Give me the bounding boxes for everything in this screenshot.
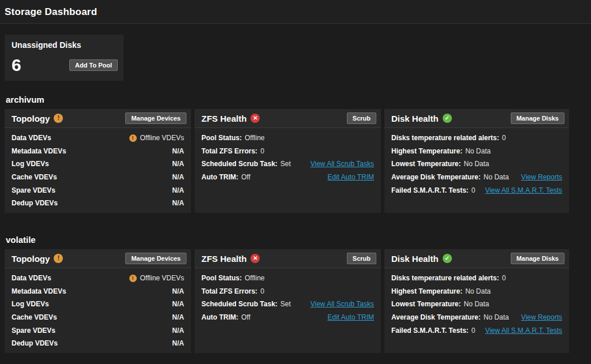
table-row: Metadata VDEVs N/A: [12, 285, 184, 298]
error-icon: ✕: [250, 114, 260, 123]
row-value: N/A: [172, 300, 184, 308]
view-reports-link[interactable]: View Reports: [521, 313, 562, 321]
table-row: Scheduled Scrub Task:Set View All Scrub …: [201, 157, 374, 171]
table-row: Disks temperature related alerts:0: [391, 272, 562, 285]
row-value: 0: [472, 327, 476, 335]
row-value: N/A: [172, 199, 184, 207]
pool-section-archivum: archivum Topology ! Manage Devices Data …: [5, 95, 591, 213]
row-value: Off: [241, 173, 250, 181]
row-label: Pool Status:: [201, 134, 242, 142]
row-value: N/A: [172, 339, 184, 347]
row-value: 0: [260, 147, 264, 155]
warning-icon: !: [54, 254, 63, 263]
row-label: Spare VDEVs: [12, 327, 55, 335]
table-row: Lowest Temperature:No Data: [391, 157, 562, 171]
pool-name: volatile: [6, 235, 591, 245]
row-label: Data VDEVs: [12, 134, 51, 142]
table-row: Dedup VDEVs N/A: [12, 337, 184, 350]
table-row: Auto TRIM:Off Edit Auto TRIM: [201, 171, 374, 184]
disk-health-card: Disk Health ✓ Manage Disks Disks tempera…: [384, 109, 569, 213]
row-label: Disks temperature related alerts:: [391, 134, 499, 142]
table-row: Spare VDEVs N/A: [12, 324, 184, 337]
row-value: N/A: [172, 327, 184, 335]
row-label: Metadata VDEVs: [12, 287, 66, 295]
warning-icon: !: [129, 275, 137, 282]
row-label: Failed S.M.A.R.T. Tests:: [391, 186, 469, 194]
disk-health-card: Disk Health ✓ Manage Disks Disks tempera…: [384, 249, 569, 353]
zfs-health-card: ZFS Health ✕ Scrub Pool Status:Offline T…: [194, 109, 381, 213]
row-label: Log VDEVs: [12, 300, 49, 308]
row-value: Offline: [245, 134, 264, 142]
row-value: No Data: [484, 313, 509, 321]
view-all-smart-tests-link[interactable]: View All S.M.A.R.T. Tests: [485, 327, 562, 335]
table-row: Failed S.M.A.R.T. Tests:0 View All S.M.A…: [391, 183, 562, 197]
table-row: Highest Temperature:No Data: [391, 285, 562, 298]
zfs-health-card: ZFS Health ✕ Scrub Pool Status:Offline T…: [194, 249, 381, 353]
card-title-label: ZFS Health: [201, 254, 246, 264]
row-value: Offline: [245, 274, 264, 282]
row-value: N/A: [172, 160, 184, 168]
row-label: Data VDEVs: [12, 274, 51, 282]
row-value: Offline VDEVs: [140, 274, 184, 282]
row-label: Average Disk Temperature:: [391, 313, 481, 321]
table-row: Data VDEVs ! Offline VDEVs: [12, 272, 184, 285]
row-value: 0: [502, 134, 506, 142]
add-to-pool-button[interactable]: Add To Pool: [69, 59, 118, 71]
row-value: Offline VDEVs: [140, 134, 184, 142]
card-title-label: Topology: [12, 114, 50, 123]
row-value: N/A: [172, 287, 184, 295]
row-value: No Data: [465, 147, 491, 155]
table-row: Metadata VDEVs N/A: [12, 145, 184, 158]
row-value: Set: [280, 160, 291, 168]
row-value: No Data: [484, 173, 509, 181]
row-value: N/A: [172, 313, 184, 321]
scrub-button[interactable]: Scrub: [347, 112, 376, 124]
row-label: Disks temperature related alerts:: [391, 274, 499, 282]
page-title: Storage Dashboard: [5, 6, 586, 18]
row-label: Scheduled Scrub Task:: [201, 160, 278, 168]
table-row: Average Disk Temperature:No Data View Re…: [391, 171, 562, 184]
card-title-label: Disk Health: [391, 114, 439, 123]
manage-disks-button[interactable]: Manage Disks: [511, 112, 564, 124]
view-reports-link[interactable]: View Reports: [521, 173, 562, 181]
table-row: Log VDEVs N/A: [12, 298, 184, 311]
row-value: No Data: [463, 160, 489, 168]
row-label: Highest Temperature:: [391, 147, 462, 155]
table-row: Pool Status:Offline: [201, 132, 374, 145]
edit-auto-trim-link[interactable]: Edit Auto TRIM: [328, 313, 374, 321]
main-content: Unassigned Disks 6 Add To Pool archivum …: [0, 35, 591, 353]
manage-devices-button[interactable]: Manage Devices: [125, 253, 186, 264]
card-title-label: ZFS Health: [201, 114, 246, 123]
table-row: Cache VDEVs N/A: [12, 171, 184, 184]
row-value: No Data: [463, 300, 489, 308]
view-all-scrub-tasks-link[interactable]: View All Scrub Tasks: [311, 300, 374, 308]
manage-devices-button[interactable]: Manage Devices: [125, 112, 186, 124]
edit-auto-trim-link[interactable]: Edit Auto TRIM: [328, 173, 374, 181]
unassigned-disks-count: 6: [12, 56, 21, 74]
view-all-scrub-tasks-link[interactable]: View All Scrub Tasks: [311, 160, 374, 168]
pool-name: archivum: [6, 95, 591, 104]
row-label: Dedup VDEVs: [12, 199, 58, 207]
scrub-button[interactable]: Scrub: [347, 253, 376, 264]
row-label: Total ZFS Errors:: [201, 287, 257, 295]
table-row: Disks temperature related alerts:0: [391, 132, 562, 145]
view-all-smart-tests-link[interactable]: View All S.M.A.R.T. Tests: [485, 186, 562, 194]
table-row: Dedup VDEVs N/A: [12, 197, 184, 210]
error-icon: ✕: [250, 254, 260, 263]
row-value: N/A: [172, 147, 184, 155]
row-value: 0: [472, 186, 476, 194]
row-label: Dedup VDEVs: [12, 339, 58, 347]
row-value: Off: [241, 313, 250, 321]
table-row: Spare VDEVs N/A: [12, 183, 184, 197]
row-label: Cache VDEVs: [12, 313, 57, 321]
card-title-label: Disk Health: [391, 254, 439, 264]
warning-icon: !: [54, 114, 63, 123]
topology-card: Topology ! Manage Devices Data VDEVs ! O…: [5, 109, 191, 213]
manage-disks-button[interactable]: Manage Disks: [511, 253, 564, 264]
table-row: Total ZFS Errors:0: [201, 145, 374, 158]
row-value: 0: [502, 274, 506, 282]
table-row: Lowest Temperature:No Data: [391, 298, 562, 311]
topology-card: Topology ! Manage Devices Data VDEVs ! O…: [5, 249, 191, 353]
table-row: Cache VDEVs N/A: [12, 311, 184, 324]
page-header: Storage Dashboard: [0, 0, 591, 24]
